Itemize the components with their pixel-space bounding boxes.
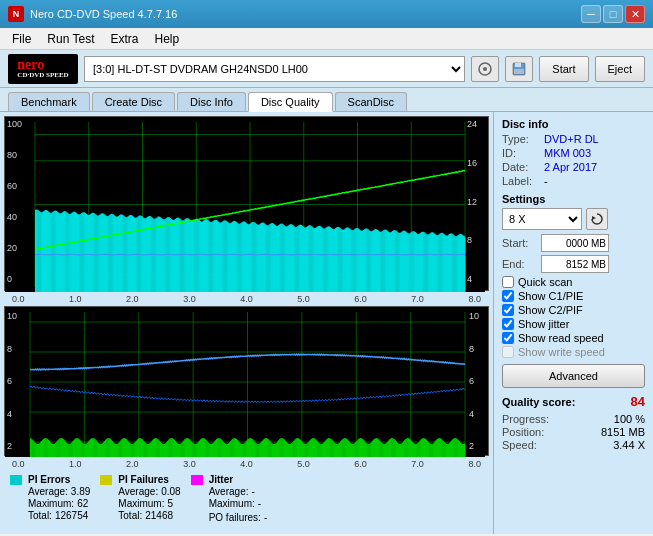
minimize-button[interactable]: ─ bbox=[581, 5, 601, 23]
eject-button[interactable]: Eject bbox=[595, 56, 645, 82]
jitter-stat: Jitter Average: - Maximum: - PO failures… bbox=[191, 474, 268, 523]
end-mb-input[interactable] bbox=[541, 255, 609, 273]
svg-point-1 bbox=[483, 67, 487, 71]
title-bar: N Nero CD-DVD Speed 4.7.7.16 ─ □ ✕ bbox=[0, 0, 653, 28]
quick-scan-checkbox[interactable] bbox=[502, 276, 514, 288]
svg-rect-4 bbox=[514, 69, 524, 74]
menu-extra[interactable]: Extra bbox=[102, 30, 146, 48]
jitter-legend bbox=[191, 475, 203, 485]
menu-run-test[interactable]: Run Test bbox=[39, 30, 102, 48]
settings-title: Settings bbox=[502, 193, 645, 205]
advanced-button[interactable]: Advanced bbox=[502, 364, 645, 388]
pi-failures-stat: PI Failures Average: 0.08 Maximum: 5 Tot… bbox=[100, 474, 180, 523]
tab-benchmark[interactable]: Benchmark bbox=[8, 92, 90, 111]
charts-area: 0.0 1.0 2.0 3.0 4.0 5.0 6.0 7.0 8.0 0.0 … bbox=[0, 112, 493, 534]
menu-file[interactable]: File bbox=[4, 30, 39, 48]
tab-create-disc[interactable]: Create Disc bbox=[92, 92, 175, 111]
disc-icon-button[interactable] bbox=[471, 56, 499, 82]
bottom-chart bbox=[4, 306, 489, 456]
po-failures: PO failures: - bbox=[209, 512, 268, 523]
refresh-button[interactable] bbox=[586, 208, 608, 230]
tab-scan-disc[interactable]: ScanDisc bbox=[335, 92, 407, 111]
show-c2pif-checkbox[interactable] bbox=[502, 304, 514, 316]
window-title: Nero CD-DVD Speed 4.7.7.16 bbox=[30, 8, 177, 20]
maximize-button[interactable]: □ bbox=[603, 5, 623, 23]
disc-info-title: Disc info bbox=[502, 118, 645, 130]
progress-section: Progress: 100 % Position: 8151 MB Speed:… bbox=[502, 413, 645, 451]
show-jitter-checkbox[interactable] bbox=[502, 318, 514, 330]
quality-score-row: Quality score: 84 bbox=[502, 394, 645, 409]
stats-row: PI Errors Average: 3.89 Maximum: 62 Tota… bbox=[4, 471, 489, 526]
bottom-chart-x-axis: 0.0 1.0 2.0 3.0 4.0 5.0 6.0 7.0 8.0 bbox=[4, 458, 489, 469]
menu-help[interactable]: Help bbox=[147, 30, 188, 48]
show-read-speed-checkbox[interactable] bbox=[502, 332, 514, 344]
start-button[interactable]: Start bbox=[539, 56, 588, 82]
show-write-speed-checkbox[interactable] bbox=[502, 346, 514, 358]
right-panel: Disc info Type: DVD+R DL ID: MKM 003 Dat… bbox=[493, 112, 653, 534]
svg-rect-3 bbox=[515, 63, 521, 67]
pi-failures-legend bbox=[100, 475, 112, 485]
tab-disc-info[interactable]: Disc Info bbox=[177, 92, 246, 111]
tab-disc-quality[interactable]: Disc Quality bbox=[248, 92, 333, 112]
main-content: 0.0 1.0 2.0 3.0 4.0 5.0 6.0 7.0 8.0 0.0 … bbox=[0, 112, 653, 534]
top-chart bbox=[4, 116, 489, 291]
start-mb-input[interactable] bbox=[541, 234, 609, 252]
svg-marker-5 bbox=[592, 216, 596, 220]
top-chart-x-axis: 0.0 1.0 2.0 3.0 4.0 5.0 6.0 7.0 8.0 bbox=[4, 293, 489, 304]
save-button[interactable] bbox=[505, 56, 533, 82]
app-icon: N bbox=[8, 6, 24, 22]
show-c1pie-checkbox[interactable] bbox=[502, 290, 514, 302]
drive-select[interactable]: [3:0] HL-DT-ST DVDRAM GH24NSD0 LH00 bbox=[84, 56, 465, 82]
pi-errors-legend bbox=[10, 475, 22, 485]
nero-logo: nero CD·DVD SPEED bbox=[8, 54, 78, 84]
close-button[interactable]: ✕ bbox=[625, 5, 645, 23]
speed-select[interactable]: 8 X bbox=[502, 208, 582, 230]
pi-errors-stat: PI Errors Average: 3.89 Maximum: 62 Tota… bbox=[10, 474, 90, 523]
menu-bar: File Run Test Extra Help bbox=[0, 28, 653, 50]
toolbar: nero CD·DVD SPEED [3:0] HL-DT-ST DVDRAM … bbox=[0, 50, 653, 88]
tabs: Benchmark Create Disc Disc Info Disc Qua… bbox=[0, 88, 653, 112]
